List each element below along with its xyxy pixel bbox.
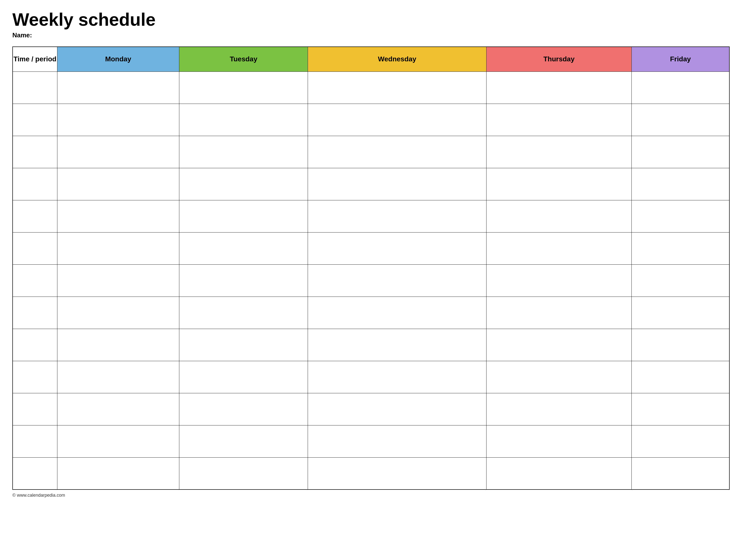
day-cell[interactable] [179, 232, 308, 264]
day-cell[interactable] [57, 425, 179, 457]
day-cell[interactable] [308, 232, 486, 264]
day-cell[interactable] [632, 393, 729, 425]
table-row [13, 393, 729, 425]
table-row [13, 200, 729, 232]
day-cell[interactable] [179, 71, 308, 104]
day-cell[interactable] [179, 168, 308, 200]
table-row [13, 136, 729, 168]
day-cell[interactable] [308, 136, 486, 168]
day-cell[interactable] [179, 393, 308, 425]
time-cell[interactable] [13, 71, 57, 104]
day-cell[interactable] [632, 361, 729, 393]
day-cell[interactable] [632, 136, 729, 168]
table-row [13, 104, 729, 136]
day-cell[interactable] [179, 457, 308, 490]
day-cell[interactable] [308, 425, 486, 457]
day-cell[interactable] [632, 168, 729, 200]
day-cell[interactable] [308, 361, 486, 393]
time-cell[interactable] [13, 329, 57, 361]
day-cell[interactable] [57, 200, 179, 232]
day-cell[interactable] [308, 297, 486, 329]
schedule-table: Time / period Monday Tuesday Wednesday T… [12, 47, 730, 490]
footer-text: © www.calendarpedia.com [12, 493, 730, 498]
day-cell[interactable] [179, 104, 308, 136]
day-cell[interactable] [57, 136, 179, 168]
day-cell[interactable] [632, 104, 729, 136]
day-cell[interactable] [632, 232, 729, 264]
day-cell[interactable] [486, 232, 631, 264]
time-cell[interactable] [13, 200, 57, 232]
day-cell[interactable] [179, 425, 308, 457]
day-cell[interactable] [179, 297, 308, 329]
day-cell[interactable] [632, 297, 729, 329]
wednesday-header: Wednesday [308, 47, 486, 71]
day-cell[interactable] [308, 264, 486, 297]
time-cell[interactable] [13, 104, 57, 136]
day-cell[interactable] [308, 457, 486, 490]
day-cell[interactable] [486, 136, 631, 168]
friday-header: Friday [632, 47, 729, 71]
day-cell[interactable] [57, 168, 179, 200]
day-cell[interactable] [632, 457, 729, 490]
time-cell[interactable] [13, 168, 57, 200]
day-cell[interactable] [308, 71, 486, 104]
day-cell[interactable] [57, 329, 179, 361]
day-cell[interactable] [308, 329, 486, 361]
time-cell[interactable] [13, 361, 57, 393]
day-cell[interactable] [486, 393, 631, 425]
table-row [13, 71, 729, 104]
day-cell[interactable] [57, 264, 179, 297]
day-cell[interactable] [632, 264, 729, 297]
day-cell[interactable] [179, 136, 308, 168]
day-cell[interactable] [632, 200, 729, 232]
day-cell[interactable] [486, 264, 631, 297]
day-cell[interactable] [179, 361, 308, 393]
day-cell[interactable] [486, 425, 631, 457]
time-period-header: Time / period [13, 47, 57, 71]
day-cell[interactable] [57, 393, 179, 425]
monday-header: Monday [57, 47, 179, 71]
tuesday-header: Tuesday [179, 47, 308, 71]
time-cell[interactable] [13, 297, 57, 329]
table-row [13, 232, 729, 264]
day-cell[interactable] [486, 361, 631, 393]
time-cell[interactable] [13, 425, 57, 457]
day-cell[interactable] [57, 104, 179, 136]
table-row [13, 361, 729, 393]
day-cell[interactable] [486, 329, 631, 361]
time-cell[interactable] [13, 457, 57, 490]
day-cell[interactable] [486, 200, 631, 232]
day-cell[interactable] [632, 71, 729, 104]
day-cell[interactable] [308, 200, 486, 232]
table-row [13, 425, 729, 457]
day-cell[interactable] [308, 104, 486, 136]
day-cell[interactable] [632, 425, 729, 457]
day-cell[interactable] [57, 457, 179, 490]
day-cell[interactable] [57, 297, 179, 329]
table-row [13, 168, 729, 200]
day-cell[interactable] [308, 168, 486, 200]
day-cell[interactable] [486, 71, 631, 104]
time-cell[interactable] [13, 264, 57, 297]
day-cell[interactable] [632, 329, 729, 361]
day-cell[interactable] [179, 264, 308, 297]
day-cell[interactable] [57, 361, 179, 393]
day-cell[interactable] [179, 200, 308, 232]
day-cell[interactable] [486, 104, 631, 136]
time-cell[interactable] [13, 393, 57, 425]
day-cell[interactable] [486, 297, 631, 329]
day-cell[interactable] [486, 168, 631, 200]
day-cell[interactable] [486, 457, 631, 490]
time-cell[interactable] [13, 136, 57, 168]
thursday-header: Thursday [486, 47, 631, 71]
name-label: Name: [12, 32, 730, 39]
table-row [13, 264, 729, 297]
table-row [13, 457, 729, 490]
table-row [13, 297, 729, 329]
time-cell[interactable] [13, 232, 57, 264]
table-row [13, 329, 729, 361]
day-cell[interactable] [308, 393, 486, 425]
day-cell[interactable] [57, 71, 179, 104]
day-cell[interactable] [57, 232, 179, 264]
day-cell[interactable] [179, 329, 308, 361]
